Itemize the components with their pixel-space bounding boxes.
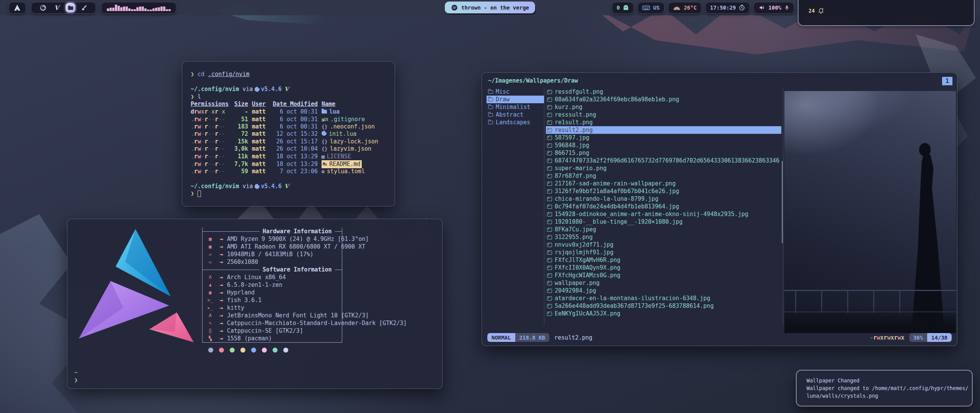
sidebar-item-landscapes[interactable]: Landscapes xyxy=(487,119,544,126)
list-item[interactable]: atardecer-en-la-montanas-ilustracion-634… xyxy=(546,294,781,302)
list-item[interactable]: 0c794faf07de24a4db4d4fb1eb813964.jpg xyxy=(546,203,781,210)
list-item[interactable]: 217167-sad-anime-rain-wallpaper.png xyxy=(546,180,781,187)
notification-popup[interactable]: Wallpaper Changed Wallpaper changed to /… xyxy=(796,370,973,406)
file-row: .rw-r--r-- 51 matt 6 oct 00:31 git.gitig… xyxy=(191,115,395,123)
fetch-info-value: AMD Ryzen 9 5900X (24) @ 4.9GHz [61.3°on… xyxy=(227,236,369,242)
notifications-widget[interactable]: 24 xyxy=(798,0,975,26)
image-file-icon xyxy=(547,258,552,262)
tab-badge[interactable]: 1 xyxy=(942,77,952,85)
software-title: Software Information xyxy=(260,266,335,273)
memory-icon: ▱ xyxy=(205,252,216,257)
list-item[interactable]: 154928-odinokoe_anime-art-anime-okno-sin… xyxy=(546,210,781,218)
audio-visualizer xyxy=(101,2,176,14)
file-date: 26 oct 15:17 xyxy=(273,138,318,146)
list-item[interactable]: nnvuv0xj2df71.jpg xyxy=(546,241,781,249)
list-item[interactable]: result2.png xyxy=(546,126,781,134)
list-item[interactable]: 68747470733a2f2f696d616765732d7769786d70… xyxy=(546,157,781,164)
list-item[interactable]: 5a266e448add93deab367d87173e9f25-6837886… xyxy=(546,302,781,310)
preview-shadow xyxy=(784,306,956,333)
file-size: 7,7k xyxy=(231,161,248,168)
mode-badge: NORMAL xyxy=(487,333,515,342)
sidebar-item-draw[interactable]: Draw xyxy=(487,96,544,103)
directory-name: Abstract xyxy=(496,111,523,118)
list-item[interactable]: 08a634fa02a32364f69ebc86a98eb1eb.png xyxy=(546,96,781,103)
file-name: chica-mirando-la-luna-8799.jpg xyxy=(555,195,658,202)
file-manager-window: ~/Imagenes/Wallpapers/Draw 1 Misc Draw M… xyxy=(482,72,957,346)
list-item[interactable]: re1sult.png xyxy=(546,119,781,126)
arrow-icon: → xyxy=(216,335,227,342)
file-permissions: .rw-r--r-- xyxy=(191,130,227,138)
list-item[interactable]: ressdfgult.png xyxy=(546,88,781,96)
launcher-button[interactable] xyxy=(8,2,26,14)
file-name: kurz.png xyxy=(555,104,582,111)
visualizer-bar xyxy=(128,8,131,11)
wm-icon: ▣ xyxy=(205,290,216,295)
list-item[interactable]: FXfcJlTXgAMvH6R.png xyxy=(546,256,781,264)
image-file-icon xyxy=(547,273,552,278)
list-item[interactable]: wallpaper.png xyxy=(546,279,781,287)
list-item[interactable]: 866715.png xyxy=(546,149,781,157)
workspace-1-firefox-icon[interactable] xyxy=(38,3,48,13)
list-item[interactable]: 3122955.png xyxy=(546,233,781,241)
lua-moon-icon xyxy=(255,184,260,189)
workspace-4-brush-icon[interactable] xyxy=(79,3,89,13)
arrow-icon: → xyxy=(216,274,227,281)
sidebar-item-abstract[interactable]: Abstract xyxy=(487,111,544,119)
keyboard-layout: US xyxy=(653,5,660,11)
list-item[interactable]: 3126f7e9bbf21a8a4af0b67b041c6e26.jpg xyxy=(546,187,781,195)
prompt-cwd: ~/.config/nvim xyxy=(191,183,239,190)
updates-widget[interactable]: 0 xyxy=(612,2,634,14)
list-item[interactable]: EeNKYgIUcAAJ5JX.png xyxy=(546,310,781,317)
sidebar-item-misc[interactable]: Misc xyxy=(487,88,544,96)
terminal-cursor[interactable] xyxy=(198,190,201,197)
now-playing-widget[interactable]: thrown - on the verge xyxy=(445,2,535,13)
fetch-info-value: AMD ATI Radeon RX 6800/6800 XT / 6900 XT xyxy=(227,243,365,250)
list-item[interactable]: 87r687df.png xyxy=(546,172,781,180)
prompt-via: via xyxy=(242,86,253,93)
image-file-icon xyxy=(547,128,552,132)
file-permissions: .rw-r--r-- xyxy=(191,153,227,161)
software-rows: Λ → Arch Linux x86_64 ♟ → 6.5.8-zen1-1-z… xyxy=(203,273,342,342)
file-permissions: .rw-r--r-- xyxy=(191,161,227,168)
workspace-2-neovim-icon[interactable]: V xyxy=(52,3,62,13)
fetch-info-value: JetBrainsMono Nerd Font Light 10 [GTK2/3… xyxy=(227,312,369,319)
column-header: User xyxy=(252,101,269,108)
list-item[interactable]: 19201080-__blue-tinge__-1920×1080.jpg xyxy=(546,218,781,226)
file-name: super-mario.png xyxy=(555,165,606,172)
sidebar-item-minimalist[interactable]: Minimalist xyxy=(487,103,544,111)
now-playing-title: thrown - on the verge xyxy=(461,5,529,11)
list-item[interactable]: resssult.png xyxy=(546,111,781,119)
image-file-icon xyxy=(547,304,552,308)
list-item[interactable]: FXfcHgcWIAMzs0G.png xyxy=(546,272,781,279)
workspace-3-folder-icon[interactable] xyxy=(65,3,75,13)
visualizer-bar xyxy=(126,7,128,11)
list-item[interactable]: chica-mirando-la-luna-8799.jpg xyxy=(546,195,781,203)
list-item[interactable]: super-mario.png xyxy=(546,164,781,172)
image-file-icon xyxy=(547,143,552,148)
palette-dot xyxy=(251,348,256,353)
arrow-icon: → xyxy=(216,289,227,296)
visualizer-bar xyxy=(160,7,163,11)
file-owner: matt xyxy=(252,123,269,131)
list-item[interactable]: kurz.png xyxy=(546,103,781,111)
arrow-icon: → xyxy=(216,327,227,334)
image-file-icon xyxy=(547,296,552,301)
list-item[interactable]: 8FKa7Cu.jpeg xyxy=(546,226,781,233)
audio-widget[interactable]: 100% xyxy=(753,2,794,14)
volume-level: 100% xyxy=(768,5,781,11)
file-name: 866715.png xyxy=(555,150,589,156)
arrow-icon: → xyxy=(216,297,227,304)
visualizer-bar xyxy=(163,7,165,11)
file-name: 20492984.jpg xyxy=(555,287,596,294)
directory-name: Misc xyxy=(496,88,510,95)
list-item[interactable]: 596848.jpg xyxy=(546,141,781,149)
keyboard-layout-widget[interactable]: US xyxy=(637,2,665,14)
list-item[interactable]: FXfcII0X0AQyn9X.png xyxy=(546,264,781,272)
file-date: 12 oct 15:32 xyxy=(273,130,318,138)
weather-widget[interactable]: 26°C xyxy=(668,2,702,14)
list-item[interactable]: 20492984.jpg xyxy=(546,287,781,294)
visualizer-bar xyxy=(115,5,117,11)
clock-widget[interactable]: 17:50:29 xyxy=(705,2,750,14)
list-item[interactable]: rsjqojlmjhf91.jpg xyxy=(546,249,781,256)
list-item[interactable]: 587597.jpg xyxy=(546,134,781,141)
